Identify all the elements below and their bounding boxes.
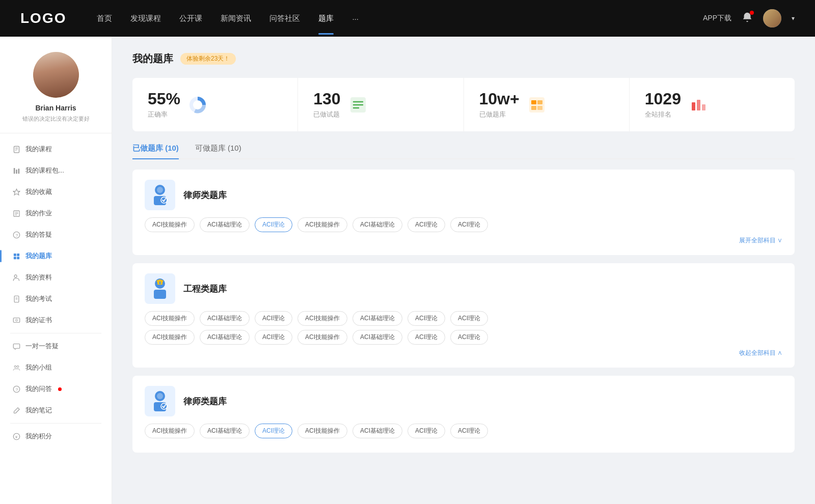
star-icon (12, 188, 20, 196)
tag[interactable]: ACI理论 (408, 217, 445, 232)
stat-accuracy: 55% 正确率 (132, 78, 298, 131)
note-icon (12, 209, 20, 217)
tab-todo[interactable]: 可做题库 (10) (195, 144, 241, 158)
app-download-link[interactable]: APP下载 (703, 14, 731, 23)
user-menu-chevron[interactable]: ▾ (792, 15, 795, 22)
sidebar-item-favorites[interactable]: 我的收藏 (0, 181, 112, 203)
tag[interactable]: ACI技能操作 (145, 330, 195, 345)
lawyer-svg-2 (150, 390, 170, 412)
sidebar-label: 我的考试 (25, 294, 52, 303)
stat-ranking-label: 全站排名 (645, 110, 681, 119)
nav-qa[interactable]: 问答社区 (269, 14, 300, 23)
sidebar-item-my-group[interactable]: 我的小组 (0, 357, 112, 378)
tag[interactable]: ACI技能操作 (297, 311, 347, 326)
tag-active[interactable]: ACI理论 (255, 217, 292, 232)
sidebar-item-quiz-bank[interactable]: 我的题库 (0, 245, 112, 267)
tag[interactable]: ACI技能操作 (145, 311, 195, 326)
sidebar-item-my-notes[interactable]: 我的笔记 (0, 400, 112, 421)
svg-rect-43 (702, 104, 705, 110)
tag[interactable]: ACI理论 (255, 311, 292, 326)
stat-banks: 10w+ 已做题库 (464, 78, 630, 131)
pencil-icon (12, 406, 20, 414)
sidebar: Brian Harris 错误的决定比没有决定要好 我的课程 我的课程包... (0, 37, 112, 504)
content-area: 我的题库 体验剩余23天！ 55% 正确率 (112, 37, 815, 504)
tag-active[interactable]: ACI理论 (255, 424, 292, 438)
svg-rect-37 (531, 100, 536, 104)
sidebar-item-homework[interactable]: 我的作业 (0, 203, 112, 224)
tab-done[interactable]: 已做题库 (10) (132, 144, 179, 158)
expand-button[interactable]: 展开全部科目 ∨ (145, 236, 782, 245)
sidebar-label: 我的课程 (25, 145, 52, 154)
tag[interactable]: ACI技能操作 (297, 330, 347, 345)
notification-dot (750, 11, 754, 15)
tag[interactable]: ACI理论 (450, 424, 488, 438)
sidebar-divider-2 (10, 423, 101, 424)
sidebar-item-my-points[interactable]: ¥ 我的积分 (0, 426, 112, 447)
sidebar-item-my-data[interactable]: 我的资料 (0, 267, 112, 288)
tag[interactable]: ACI基础理论 (200, 330, 250, 345)
tag[interactable]: ACI技能操作 (297, 424, 347, 438)
sidebar-nav: 我的课程 我的课程包... 我的收藏 我的作业 (0, 133, 112, 452)
lawyer-svg (150, 184, 170, 206)
tag[interactable]: ACI理论 (450, 217, 488, 232)
users-icon (12, 273, 20, 282)
svg-rect-49 (154, 290, 166, 299)
avatar-image (33, 52, 79, 98)
sidebar-item-my-course[interactable]: 我的课程 (0, 138, 112, 160)
notification-bell[interactable] (742, 12, 753, 25)
sidebar-item-course-package[interactable]: 我的课程包... (0, 160, 112, 181)
nav-discover[interactable]: 发现课程 (130, 14, 161, 23)
sidebar-item-my-exam[interactable]: 我的考试 (0, 288, 112, 310)
tag[interactable]: ACI技能操作 (145, 217, 195, 232)
svg-marker-7 (13, 189, 20, 195)
chart-icon (12, 166, 20, 175)
svg-rect-4 (13, 167, 15, 173)
sidebar-label: 我的答疑 (25, 230, 52, 239)
logo: LOGO (20, 10, 66, 26)
collapse-button[interactable]: 收起全部科目 ∧ (145, 349, 782, 357)
tag[interactable]: ACI基础理论 (200, 217, 250, 232)
nav-quiz[interactable]: 题库 (318, 14, 334, 23)
svg-point-51 (159, 282, 161, 284)
sidebar-item-my-qa[interactable]: ? 我的答疑 (0, 224, 112, 245)
table-svg (528, 96, 546, 114)
sidebar-item-my-question[interactable]: ? 我的问答 (0, 378, 112, 400)
tag[interactable]: ACI基础理论 (352, 311, 402, 326)
svg-rect-42 (697, 100, 700, 110)
lawyer-icon (145, 180, 175, 210)
stats-row: 55% 正确率 130 已做试题 (132, 78, 795, 131)
tag[interactable]: ACI理论 (450, 311, 488, 326)
svg-rect-0 (14, 146, 19, 153)
group-icon (12, 363, 20, 372)
sidebar-label: 我的小组 (25, 363, 52, 372)
tag[interactable]: ACI理论 (255, 330, 292, 345)
engineer-icon (145, 273, 175, 304)
tag[interactable]: ACI技能操作 (145, 424, 195, 438)
tag[interactable]: ACI基础理论 (200, 424, 250, 438)
sidebar-label: 我的作业 (25, 209, 52, 218)
tag[interactable]: ACI理论 (450, 330, 488, 345)
tag[interactable]: ACI理论 (408, 330, 445, 345)
tag[interactable]: ACI基础理论 (352, 217, 402, 232)
sidebar-item-cert[interactable]: 我的证书 (0, 310, 112, 331)
sidebar-item-one-on-one[interactable]: 一对一答疑 (0, 335, 112, 357)
profile-avatar[interactable] (33, 52, 79, 98)
nav-open-course[interactable]: 公开课 (179, 14, 202, 23)
stat-questions-value: 130 (313, 90, 340, 108)
profile-name: Brian Harris (35, 104, 76, 112)
tag[interactable]: ACI理论 (408, 424, 445, 438)
nav-news[interactable]: 新闻资讯 (221, 14, 251, 23)
tag[interactable]: ACI基础理论 (352, 424, 402, 438)
tag[interactable]: ACI基础理论 (352, 330, 402, 345)
tag[interactable]: ACI技能操作 (297, 217, 347, 232)
tag[interactable]: ACI理论 (408, 311, 445, 326)
svg-rect-40 (537, 106, 542, 110)
bank-name: 工程类题库 (183, 283, 227, 295)
tag[interactable]: ACI基础理论 (200, 311, 250, 326)
nav-more[interactable]: ··· (352, 14, 359, 23)
stat-ranking-value: 1029 (645, 90, 681, 108)
stat-banks-value: 10w+ (479, 90, 520, 108)
stat-accuracy-label: 正确率 (148, 110, 180, 119)
nav-home[interactable]: 首页 (97, 14, 112, 23)
avatar[interactable] (763, 9, 781, 27)
